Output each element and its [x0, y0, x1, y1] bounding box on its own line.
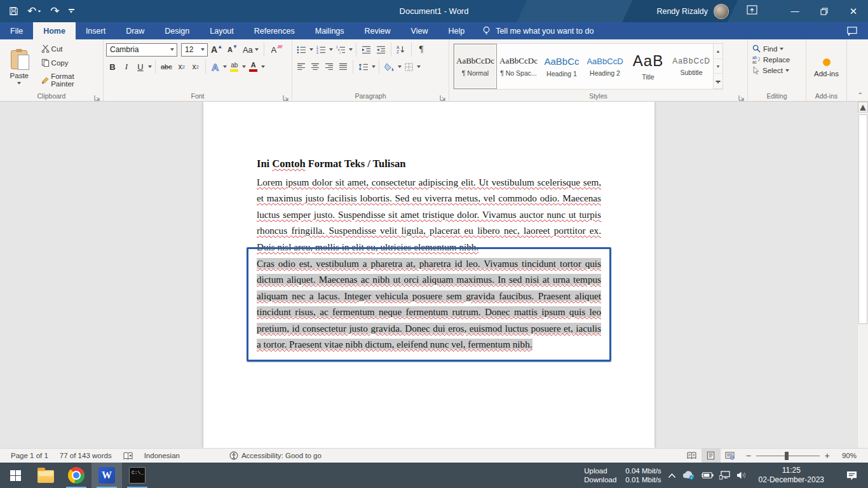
shading-caret-icon[interactable]: [398, 65, 402, 68]
network-speed-monitor[interactable]: Upload 0.04 Mbit/s Download 0.01 Mbit/s: [584, 466, 661, 484]
replace-button[interactable]: abac Replace: [750, 55, 792, 64]
scrollbar-thumb[interactable]: [858, 114, 867, 324]
numbering-button[interactable]: 123: [315, 45, 328, 55]
multilevel-list-button[interactable]: 1ai: [334, 45, 348, 55]
style-subtitle[interactable]: AaBbCcD Subtitle: [670, 44, 713, 89]
file-explorer-button[interactable]: [31, 463, 61, 488]
font-dialog-launcher-icon[interactable]: [283, 92, 290, 99]
clear-formatting-button[interactable]: A: [268, 44, 280, 55]
font-color-caret-icon[interactable]: [261, 65, 265, 68]
zoom-in-button[interactable]: +: [825, 451, 830, 460]
save-icon[interactable]: [9, 6, 18, 16]
document-page[interactable]: Ini Contoh Format Teks / Tulisan Lorem i…: [203, 102, 654, 448]
bullets-button[interactable]: [295, 45, 308, 55]
tab-file[interactable]: File: [0, 22, 33, 39]
align-left-button[interactable]: [295, 62, 308, 71]
line-spacing-caret-icon[interactable]: [372, 65, 376, 68]
language-indicator[interactable]: Indonesian: [139, 449, 186, 463]
print-layout-button[interactable]: [702, 449, 721, 463]
style-normal[interactable]: AaBbCcDc ¶ Normal: [454, 44, 497, 89]
addins-button[interactable]: Add-ins: [809, 43, 844, 90]
font-name-combobox[interactable]: Cambria: [106, 43, 177, 57]
styles-scroll-up-icon[interactable]: ▲: [714, 44, 722, 59]
bullets-caret-icon[interactable]: [309, 48, 313, 51]
volume-icon[interactable]: [736, 471, 747, 480]
web-layout-button[interactable]: [721, 449, 740, 463]
zoom-level[interactable]: 90%: [835, 452, 857, 459]
find-button[interactable]: Find: [750, 44, 792, 53]
tab-help[interactable]: Help: [438, 22, 475, 39]
select-caret-icon[interactable]: [785, 69, 789, 72]
numbering-caret-icon[interactable]: [329, 48, 333, 51]
start-button[interactable]: [0, 463, 31, 488]
zoom-slider-thumb[interactable]: [785, 452, 789, 460]
format-painter-button[interactable]: Format Painter: [39, 71, 100, 90]
collapse-ribbon-icon[interactable]: ⌃: [858, 92, 863, 98]
clipboard-dialog-launcher-icon[interactable]: [94, 92, 101, 99]
tab-references[interactable]: References: [244, 22, 305, 39]
bold-button[interactable]: B: [106, 62, 119, 72]
word-taskbar-button[interactable]: W: [92, 463, 122, 488]
undo-icon[interactable]: ↶: [27, 6, 41, 17]
battery-icon[interactable]: [701, 471, 714, 479]
style-no-spacing[interactable]: AaBbCcDc ¶ No Spac...: [497, 44, 540, 89]
font-color-button[interactable]: A: [247, 61, 260, 72]
grow-font-button[interactable]: A▲: [209, 44, 224, 55]
font-size-combobox[interactable]: 12: [181, 43, 208, 57]
underline-caret-icon[interactable]: [148, 65, 152, 68]
tab-insert[interactable]: Insert: [76, 22, 116, 39]
proofing-errors-icon[interactable]: [118, 449, 139, 463]
chrome-button[interactable]: [61, 463, 92, 488]
line-spacing-button[interactable]: [356, 62, 370, 72]
command-prompt-button[interactable]: C:\_: [122, 463, 153, 488]
select-button[interactable]: Select: [750, 65, 792, 75]
show-hide-marks-button[interactable]: ¶: [415, 44, 428, 55]
align-right-button[interactable]: [323, 62, 336, 71]
restore-button[interactable]: [810, 0, 839, 22]
zoom-slider[interactable]: [756, 456, 820, 456]
tab-view[interactable]: View: [401, 22, 438, 39]
scroll-up-icon[interactable]: ▲: [858, 102, 868, 112]
paragraph-1[interactable]: Lorem ipsum dolor sit amet, consectetur …: [257, 174, 601, 255]
onedrive-icon[interactable]: i: [682, 471, 695, 480]
paste-button[interactable]: Paste: [3, 43, 36, 90]
multilevel-caret-icon[interactable]: [349, 48, 353, 51]
style-heading2[interactable]: AaBbCcD Heading 2: [583, 44, 627, 89]
action-center-button[interactable]: [836, 470, 864, 481]
word-count[interactable]: 77 of 143 words: [54, 449, 118, 463]
tab-mailings[interactable]: Mailings: [305, 22, 355, 39]
zoom-out-button[interactable]: −: [746, 451, 751, 460]
style-title[interactable]: AaB Title: [627, 44, 670, 89]
borders-caret-icon[interactable]: [417, 65, 421, 68]
accessibility-checker[interactable]: Accessibility: Good to go: [224, 449, 327, 463]
tab-home[interactable]: Home: [33, 22, 76, 39]
shading-button[interactable]: [383, 62, 397, 72]
styles-more-icon[interactable]: ▬▼: [714, 74, 722, 89]
strikethrough-button[interactable]: abc: [159, 62, 174, 71]
tell-me-box[interactable]: Tell me what you want to do: [482, 22, 593, 39]
account-area[interactable]: Rendy Rizaldy: [656, 4, 729, 19]
shrink-font-button[interactable]: A▼: [226, 45, 240, 54]
text-effects-caret-icon[interactable]: [223, 65, 227, 68]
avatar[interactable]: [714, 4, 729, 19]
change-case-button[interactable]: Aa: [241, 44, 261, 55]
minimize-button[interactable]: —: [780, 0, 810, 22]
highlight-caret-icon[interactable]: [242, 65, 246, 68]
comment-icon[interactable]: [846, 26, 858, 36]
highlight-button[interactable]: ab: [228, 62, 241, 72]
style-heading1[interactable]: AaBbCc Heading 1: [540, 44, 583, 89]
paragraph-dialog-launcher-icon[interactable]: [440, 92, 447, 99]
vertical-scrollbar[interactable]: ▲: [857, 102, 868, 448]
subscript-button[interactable]: x2: [175, 62, 188, 72]
page-indicator[interactable]: Page 1 of 1: [5, 449, 54, 463]
find-caret-icon[interactable]: [780, 48, 783, 50]
tab-design[interactable]: Design: [154, 22, 200, 39]
text-effects-button[interactable]: A: [209, 61, 222, 73]
paste-caret-icon[interactable]: [17, 82, 21, 85]
tab-layout[interactable]: Layout: [200, 22, 244, 39]
sort-button[interactable]: AZ: [395, 44, 408, 55]
increase-indent-button[interactable]: [374, 45, 388, 55]
ribbon-display-options-icon[interactable]: [747, 5, 757, 17]
underline-button[interactable]: U: [134, 62, 147, 72]
clock[interactable]: 11:25 02-December-2023: [754, 466, 829, 485]
